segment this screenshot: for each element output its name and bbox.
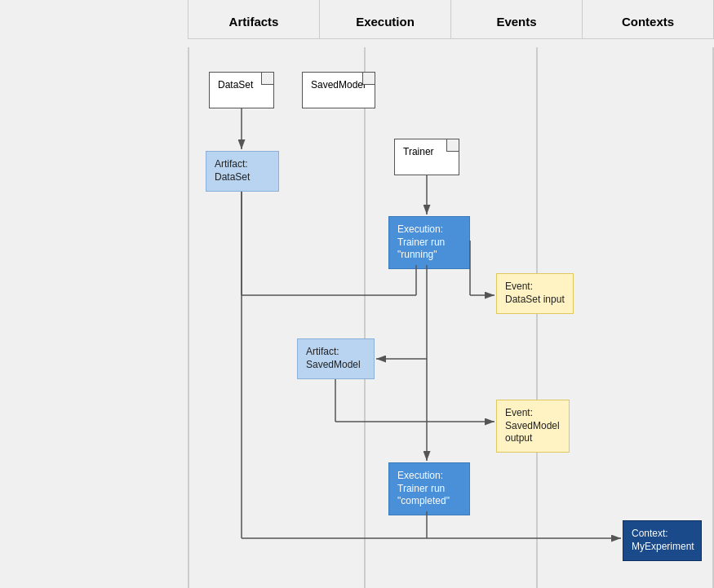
event-savedmodel-output-label: Event:SavedModeloutput: [505, 407, 560, 444]
context-myexperiment-node: Context:MyExperiment: [623, 520, 702, 561]
artifact-savedmodel-label: Artifact:SavedModel: [306, 346, 361, 370]
dataset-type-label: DataSet: [218, 79, 253, 91]
artifact-dataset-label: Artifact: DataSet: [215, 158, 250, 183]
execution-completed-node: Execution:Trainer run"completed": [388, 462, 470, 515]
context-myexperiment-label: Context:MyExperiment: [632, 528, 694, 552]
event-savedmodel-output-node: Event:SavedModeloutput: [496, 400, 570, 453]
trainer-type-node: Trainer: [394, 139, 459, 175]
execution-running-node: Execution:Trainer run"running": [388, 216, 470, 269]
trainer-type-label: Trainer: [403, 146, 434, 157]
savedmodel-type-label: SavedModel: [311, 79, 366, 91]
diagram-container: Artifacts Execution Events Contexts Data…: [0, 0, 714, 588]
dataset-type-node: DataSet: [209, 72, 274, 108]
event-dataset-input-node: Event:DataSet input: [496, 273, 574, 314]
artifact-savedmodel-node: Artifact:SavedModel: [297, 338, 375, 379]
col-header-contexts: Contexts: [582, 0, 714, 38]
event-dataset-input-label: Event:DataSet input: [505, 281, 565, 305]
execution-completed-label: Execution:Trainer run"completed": [397, 470, 450, 506]
col-header-artifacts: Artifacts: [188, 0, 319, 38]
col-header-execution: Execution: [319, 0, 450, 38]
savedmodel-type-node: SavedModel: [302, 72, 375, 108]
col-header-events: Events: [450, 0, 582, 38]
artifact-dataset-node: Artifact: DataSet: [206, 151, 279, 192]
execution-running-label: Execution:Trainer run"running": [397, 223, 445, 260]
